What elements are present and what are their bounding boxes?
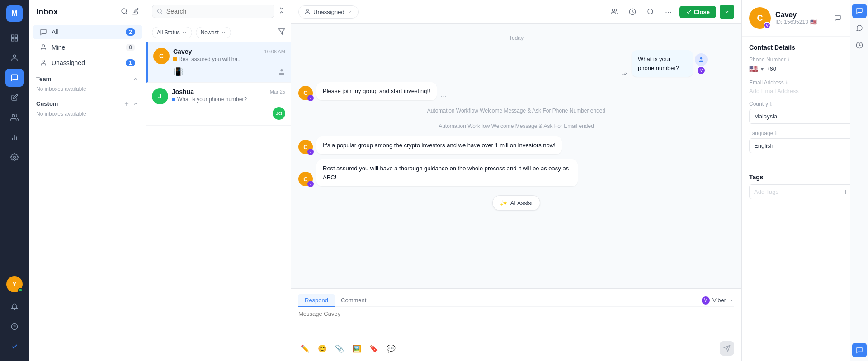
svg-line-18 <box>161 12 162 13</box>
search-input[interactable] <box>166 8 269 15</box>
sort-filter[interactable]: Newest <box>196 27 231 38</box>
svg-point-20 <box>280 69 283 71</box>
message-input[interactable] <box>298 310 734 333</box>
side-panel-chat-icon[interactable] <box>852 4 867 18</box>
side-panel-clock-icon[interactable] <box>852 38 867 52</box>
email-placeholder[interactable]: Add Email Address <box>749 88 861 94</box>
assignee-button[interactable]: Unassigned <box>298 5 359 19</box>
side-panel-whatsapp-icon[interactable] <box>852 21 867 35</box>
tags-dropdown[interactable]: Add Tags <box>749 184 861 199</box>
sort-icon-btn[interactable] <box>278 7 285 16</box>
sidebar-item-unassigned[interactable]: Unassigned 1 <box>33 56 142 70</box>
status-filter[interactable]: All Status <box>152 27 192 38</box>
nav-icon-notifications[interactable] <box>5 298 24 316</box>
conv-name-joshua: Joshua <box>172 88 194 95</box>
user-avatar[interactable]: Y <box>6 276 23 292</box>
toolbar-pencil-icon[interactable]: ✏️ <box>298 342 312 355</box>
search-chat-icon-btn[interactable] <box>643 5 658 19</box>
filter-icon-btn[interactable] <box>278 28 285 37</box>
language-dropdown[interactable]: English <box>749 138 861 153</box>
toolbar-image-icon[interactable]: 🖼️ <box>350 342 363 355</box>
svg-line-13 <box>126 13 127 14</box>
svg-point-24 <box>648 9 653 14</box>
channel-chevron-icon <box>729 298 734 303</box>
svg-rect-0 <box>11 35 14 37</box>
agent-icon-cavey <box>278 68 285 75</box>
viber-indicator-1: V <box>307 95 314 101</box>
details-title: Contact Details <box>749 44 861 51</box>
tab-respond[interactable]: Respond <box>298 294 335 307</box>
chat-messages: Today What is your phone number? V <box>291 24 741 288</box>
toolbar-emoji-icon[interactable]: 😊 <box>316 342 329 355</box>
nav-icon-settings[interactable] <box>5 148 24 166</box>
chevron-up-icon[interactable] <box>132 76 139 82</box>
timer-icon-btn[interactable] <box>625 5 640 19</box>
more-options-btn[interactable]: ··· <box>661 5 676 19</box>
svg-point-21 <box>307 9 309 12</box>
header-actions: ··· Close <box>607 5 734 19</box>
assignee-chevron-icon <box>347 9 353 14</box>
conv-item-joshua[interactable]: J Joshua Mar 25 What is your phone numbe… <box>146 83 291 126</box>
close-button[interactable]: Close <box>679 6 716 18</box>
ai-assist-button[interactable]: ✨ AI Assist <box>492 195 541 211</box>
plus-icon[interactable] <box>123 101 130 107</box>
right-side-panel <box>850 0 868 361</box>
conv-item-cavey[interactable]: C Cavey 10:06 AM Rest assured you will h… <box>146 42 291 83</box>
conversation-list: All Status Newest C Cavey 10:06 AM <box>146 0 291 361</box>
nav-icon-inbox[interactable] <box>5 69 24 87</box>
nav-icon-help[interactable] <box>5 318 24 336</box>
nav-icon-campaigns[interactable] <box>5 89 24 107</box>
svg-point-17 <box>158 9 162 13</box>
phone-dropdown-arrow[interactable]: ▾ <box>761 66 764 72</box>
team-icon-btn[interactable] <box>607 5 622 19</box>
country-value: Malaysia <box>754 113 777 120</box>
sidebar-item-unassigned-label: Unassigned <box>52 59 85 66</box>
nav-icon-team[interactable] <box>5 108 24 127</box>
section-custom: Custom <box>29 96 146 109</box>
toolbar-bookmark-icon[interactable]: 🔖 <box>367 342 381 355</box>
language-value: English <box>754 142 774 149</box>
contact-id: ID: 15635213 🇺🇸 <box>775 19 817 25</box>
msg-bubble-incoming-1: Please join my group and start investing… <box>316 82 437 100</box>
toolbar-chatbubble-icon[interactable]: 💬 <box>384 342 398 355</box>
tab-comment[interactable]: Comment <box>335 294 373 307</box>
nav-icon-checklist[interactable] <box>5 338 24 356</box>
contact-action-whatsapp[interactable] <box>831 11 844 25</box>
sidebar-item-all-label: All <box>52 28 59 36</box>
close-dropdown-btn[interactable] <box>720 5 734 19</box>
msg-row-incoming-1: C V Please join my group and start inves… <box>298 82 734 100</box>
msg-options-btn-1[interactable]: ··· <box>440 92 446 100</box>
send-button[interactable] <box>720 341 734 356</box>
nav-icon-dashboard[interactable] <box>5 29 24 47</box>
automation-label-2: Automation Workflow Welcome Message & As… <box>298 123 734 129</box>
svg-point-4 <box>13 55 16 57</box>
status-dot-cavey <box>173 57 177 61</box>
phone-label: Phone Number ℹ <box>749 56 861 63</box>
tags-add-icon <box>842 189 849 195</box>
chevron-up-custom-icon[interactable] <box>132 101 139 107</box>
nav-icon-contacts[interactable] <box>5 49 24 67</box>
search-icon-inbox[interactable] <box>121 8 128 17</box>
logo-button[interactable]: M <box>6 5 23 22</box>
inbox-title: Inbox <box>36 7 58 17</box>
side-panel-bottom-icon[interactable] <box>852 343 867 357</box>
nav-icon-analytics[interactable] <box>5 128 24 146</box>
compose-icon[interactable] <box>132 8 139 17</box>
toolbar-attach-icon[interactable]: 📎 <box>333 342 346 355</box>
svg-rect-3 <box>15 39 18 41</box>
svg-point-14 <box>42 45 44 47</box>
sidebar-item-all[interactable]: All 2 <box>33 25 142 39</box>
svg-rect-2 <box>11 39 14 41</box>
ai-assist-icon: ✨ <box>500 199 508 206</box>
channel-select[interactable]: V Viber <box>702 296 734 305</box>
sidebar-item-mine[interactable]: Mine 0 <box>33 40 142 55</box>
email-label: Email Address ℹ <box>749 80 861 86</box>
svg-point-12 <box>122 9 127 14</box>
right-panel: C V Cavey ID: 15635213 🇺🇸 <box>741 0 868 361</box>
status-dot-joshua <box>172 98 175 101</box>
ai-assist-label: AI Assist <box>510 200 533 206</box>
channel-label: Viber <box>712 297 726 304</box>
svg-rect-1 <box>15 35 18 37</box>
country-dropdown[interactable]: Malaysia <box>749 109 861 124</box>
viber-channel-icon: V <box>702 296 710 305</box>
